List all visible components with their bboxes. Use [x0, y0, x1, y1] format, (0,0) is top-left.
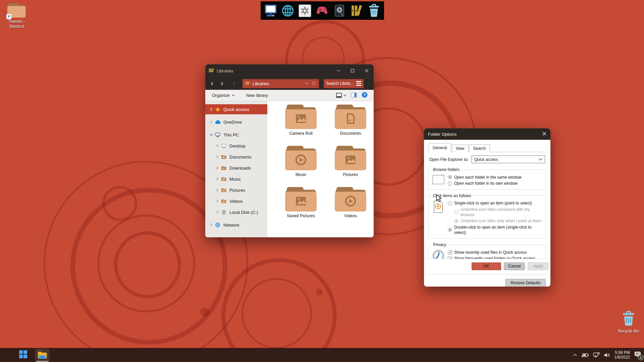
- explorer-file-list: Camera Roll Documents Music Pictures Sav…: [267, 101, 374, 237]
- dialog-titlebar[interactable]: Folder Options: [424, 128, 550, 140]
- address-bar[interactable]: Libraries: [243, 79, 319, 88]
- desktop-shortcut-themes[interactable]: Themes - Shortcut: [2, 3, 31, 29]
- folder-tile-documents[interactable]: Documents: [326, 105, 374, 146]
- folder-tile-saved-pictures[interactable]: Saved Pictures: [276, 187, 326, 228]
- sidebar-item-this-pc[interactable]: This PC: [205, 130, 267, 140]
- radio-underline-point[interactable]: Underline icon titles only when I point …: [454, 218, 543, 224]
- star-icon: [214, 107, 221, 112]
- radio-underline-browser[interactable]: Underline icon titles consistent with my…: [454, 207, 543, 218]
- documents-folder-icon: [220, 154, 227, 160]
- desktop-recycle-bin[interactable]: Recycle Bin: [614, 310, 643, 334]
- radio-same-window[interactable]: Open each folder in the same window: [448, 175, 543, 180]
- sidebar-item-local-disk[interactable]: Local Disk (C:): [205, 207, 267, 217]
- radio-own-window[interactable]: Open each folder in its own window: [448, 181, 543, 186]
- internet-globe-icon[interactable]: [280, 3, 295, 18]
- tray-chevron-up-icon[interactable]: [573, 354, 577, 357]
- up-button[interactable]: ↑: [227, 80, 240, 87]
- close-icon[interactable]: [542, 132, 546, 137]
- sidebar-item-desktop[interactable]: Desktop: [205, 141, 267, 151]
- explorer-titlebar[interactable]: Libraries: [205, 64, 374, 77]
- recycle-bin-icon: [620, 310, 637, 329]
- libraries-icon: [245, 81, 250, 86]
- trash-icon[interactable]: [366, 3, 382, 18]
- tab-general[interactable]: General: [429, 143, 451, 152]
- start-button[interactable]: [19, 350, 28, 360]
- folder-tile-pictures[interactable]: Pictures: [326, 146, 374, 187]
- videos-folder-icon: [220, 198, 227, 204]
- forward-button[interactable]: ›: [217, 77, 227, 89]
- background-circle-ornament: [241, 278, 312, 349]
- recycle-bin-label: Recycle Bin: [618, 329, 639, 334]
- folder-tile-camera-roll[interactable]: Camera Roll: [276, 105, 326, 146]
- network-globe-icon: [214, 222, 221, 228]
- sidebar-item-pictures[interactable]: Pictures: [205, 185, 267, 195]
- speaker-icon[interactable]: [604, 353, 610, 358]
- chevron-down-icon[interactable]: [305, 82, 308, 85]
- sidebar-item-network[interactable]: Network: [205, 220, 267, 230]
- view-thumbnails-icon[interactable]: [336, 93, 346, 98]
- taskbar-file-explorer-button[interactable]: [35, 349, 50, 361]
- background-circle-ornament: [201, 308, 209, 316]
- explorer-navbar: ‹ › ↑ Libraries Search Librar...: [205, 77, 374, 90]
- explorer-toolbar: Organize New library ?: [205, 90, 374, 101]
- cancel-button[interactable]: Cancel: [504, 262, 525, 270]
- app-dock: [261, 1, 384, 20]
- folder-play-icon: [334, 187, 367, 212]
- close-button[interactable]: [360, 64, 374, 77]
- refresh-icon[interactable]: [312, 81, 316, 86]
- background-circle-ornament: [316, 289, 323, 296]
- checkbox-show-recent[interactable]: Show recently used files in Quick access: [448, 250, 543, 255]
- taskbar-clock[interactable]: 5:58 PM 1/9/2022: [614, 350, 630, 360]
- sidebar-item-onedrive[interactable]: OneDrive: [205, 117, 267, 127]
- chevron-down-icon: [232, 94, 235, 97]
- back-button[interactable]: ‹: [207, 77, 217, 89]
- sidebar-item-quick-access[interactable]: Quick access: [205, 104, 267, 114]
- libraries-binders-icon[interactable]: [349, 3, 364, 18]
- settings-gear-icon[interactable]: [298, 4, 312, 18]
- sidebar-item-downloads[interactable]: Downloads: [205, 163, 267, 173]
- folder-tile-music[interactable]: Music: [276, 146, 326, 187]
- hard-drive-icon[interactable]: [332, 4, 346, 18]
- apply-button[interactable]: Apply: [528, 262, 548, 270]
- radio-single-click[interactable]: Single-click to open an item (point to s…: [448, 200, 543, 206]
- organize-menu[interactable]: Organize: [209, 90, 238, 101]
- folder-play-icon: [285, 146, 317, 171]
- new-library-button[interactable]: New library: [243, 90, 271, 101]
- sidebar-item-documents[interactable]: Documents: [205, 152, 267, 162]
- window-title: Libraries: [217, 68, 233, 73]
- help-icon[interactable]: ?: [362, 92, 368, 99]
- folder-tile-videos[interactable]: Videos: [326, 187, 374, 228]
- search-input[interactable]: Search Librar...: [324, 79, 364, 88]
- folder-image-icon: [285, 105, 317, 129]
- notification-center-button[interactable]: 1: [634, 351, 641, 359]
- minimize-button[interactable]: [331, 64, 345, 77]
- maximize-button[interactable]: [345, 64, 360, 77]
- open-to-dropdown[interactable]: Quick access: [472, 156, 545, 163]
- network-icon[interactable]: [593, 352, 600, 358]
- background-circle-ornament: [102, 186, 137, 221]
- tab-view[interactable]: View: [452, 144, 469, 152]
- restore-defaults-button[interactable]: Restore Defaults: [505, 279, 546, 287]
- ok-button[interactable]: OK: [472, 262, 501, 270]
- taskbar: 5:58 PM 1/9/2022 1: [0, 348, 644, 362]
- search-menu-icon[interactable]: [356, 81, 361, 85]
- game-controller-icon[interactable]: [314, 3, 330, 18]
- browse-folders-group: Browse folders Open each folder in the s…: [429, 167, 546, 190]
- libraries-icon: [209, 68, 214, 74]
- tab-search[interactable]: Search: [469, 144, 490, 152]
- click-items-group: Click items as follows Single-click to o…: [429, 193, 546, 239]
- preview-pane-icon[interactable]: [351, 93, 357, 99]
- explorer-sidebar: Quick access OneDrive This PC: [205, 101, 267, 237]
- sidebar-item-videos[interactable]: Videos: [205, 196, 267, 206]
- dialog-tabs: General View Search: [429, 143, 546, 152]
- folder-icon: [7, 3, 26, 19]
- system-tray: 5:58 PM 1/9/2022 1: [573, 350, 644, 360]
- windows-logo-icon: [19, 350, 28, 359]
- computer-icon[interactable]: [263, 3, 278, 18]
- sidebar-item-music[interactable]: Music: [205, 174, 267, 184]
- monitor-icon: [220, 143, 227, 148]
- chevron-down-icon: [539, 158, 542, 161]
- battery-charging-icon[interactable]: [581, 353, 589, 358]
- mouse-cursor: [436, 194, 443, 202]
- radio-double-click[interactable]: Double-click to open an item (single-cli…: [448, 225, 543, 235]
